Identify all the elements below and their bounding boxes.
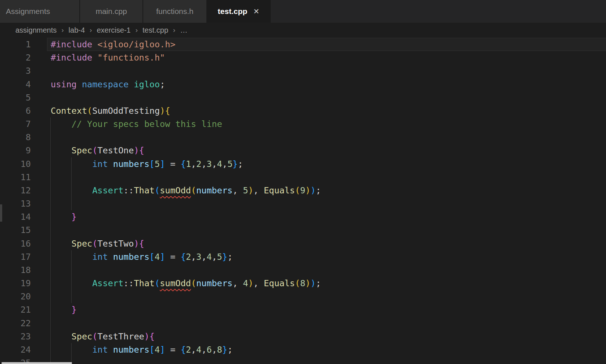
token-num: 1 [186,159,191,169]
token-fg: , [253,278,264,288]
gutter-line-number[interactable]: 3 [0,64,31,77]
gutter-line-number[interactable]: 17 [0,250,31,263]
token-b1: ( [191,278,196,288]
tab-main-cpp[interactable]: main.cpp [80,0,143,23]
token-fg: :: [123,185,134,196]
close-icon[interactable]: ✕ [253,7,259,16]
gutter-line-number[interactable]: 1 [0,38,31,51]
code-line-6[interactable]: 6Context(SumOddTesting){ [0,104,606,117]
token-b1: ( [295,278,300,288]
code-line-18[interactable]: 18 [0,263,606,277]
horizontal-scrollbar-thumb[interactable] [1,362,72,364]
gutter-line-number[interactable]: 21 [0,303,31,316]
code-line-16[interactable]: 16 Spec(TestTwo){ [0,237,606,250]
token-num: 4 [243,278,248,288]
breadcrumb-item-ellipsis[interactable]: … [180,26,187,34]
gutter-line-number[interactable]: 8 [0,131,31,144]
gutter-line-number[interactable]: 10 [0,157,31,171]
code-line-1[interactable]: 1#include <igloo/igloo.h> [0,38,606,51]
code-line-4[interactable]: 4using namespace igloo; [0,78,606,91]
code-line-22[interactable]: 22 [0,317,606,330]
code-line-12[interactable]: 12 Assert::That(sumOdd(numbers, 5), Equa… [0,184,606,197]
gutter-line-number[interactable]: 15 [0,223,31,237]
breadcrumb-item-assignments[interactable]: assignments [15,26,57,34]
token-fg: ; [316,185,321,196]
gutter-line-number[interactable]: 5 [0,91,31,104]
code-text: Assert::That(sumOdd(numbers, 5), Equals(… [51,184,321,197]
token-b3: } [222,252,227,262]
gutter-line-number[interactable]: 2 [0,51,31,64]
tab-functions-h[interactable]: functions.h [143,0,207,23]
code-line-25[interactable]: 25 [0,356,606,364]
code-line-19[interactable]: 19 Assert::That(sumOdd(numbers, 4), Equa… [0,277,606,290]
token-b2: ){ [144,331,155,342]
token-num: 5 [155,159,160,169]
gutter-line-number[interactable]: 7 [0,117,31,131]
breadcrumb-item-test-cpp[interactable]: test.cpp [143,26,168,34]
gutter-line-number[interactable]: 24 [0,343,31,356]
token-fg [108,159,113,169]
code-line-21[interactable]: 21 } [0,303,606,316]
token-fg: , [212,345,217,355]
code-text: Spec(TestThree){ [51,330,155,343]
code-text: int numbers[5] = {1,2,3,4,5}; [51,157,243,171]
code-editor[interactable]: 1#include <igloo/igloo.h>2#include "func… [0,38,606,364]
token-num: 2 [186,345,191,355]
token-fg [92,52,97,63]
code-line-14[interactable]: 14 } [0,210,606,223]
code-line-20[interactable]: 20 [0,290,606,303]
gutter-line-number[interactable]: 20 [0,290,31,303]
gutter-line-number[interactable]: 23 [0,330,31,343]
code-line-15[interactable]: 15 [0,223,606,237]
code-line-24[interactable]: 24 int numbers[4] = {2,4,6,8}; [0,343,606,356]
token-kw2: int [92,159,108,169]
token-b3: ( [155,278,160,288]
token-num: 8 [300,278,305,288]
code-line-3[interactable]: 3 [0,64,606,77]
gutter-line-number[interactable]: 18 [0,263,31,277]
token-b3: { [181,159,186,169]
gutter-line-number[interactable]: 9 [0,144,31,157]
token-fg: = [165,159,180,169]
code-line-8[interactable]: 8 [0,131,606,144]
token-kw: using [51,79,77,90]
token-b3: ) [310,278,315,288]
code-line-11[interactable]: 11 [0,171,606,184]
code-line-9[interactable]: 9 Spec(TestOne){ [0,144,606,157]
token-b2: ( [92,239,97,249]
token-num: 9 [300,185,305,196]
tab-test-cpp-active[interactable]: test.cpp ✕ [207,0,271,23]
token-var: numbers [113,345,149,355]
code-text: Context(SumOddTesting){ [51,104,170,117]
breadcrumb-item-exercise-1[interactable]: exercise-1 [97,26,130,34]
breadcrumb-item-lab-4[interactable]: lab-4 [69,26,85,34]
code-line-13[interactable]: 13 [0,197,606,210]
gutter-line-number[interactable]: 12 [0,184,31,197]
token-fn: Spec [72,239,93,249]
token-num: 4 [155,252,160,262]
token-b3: [ [149,159,155,169]
code-line-10[interactable]: 10 int numbers[5] = {1,2,3,4,5}; [0,157,606,171]
gutter-line-number[interactable]: 13 [0,197,31,210]
chevron-right-icon: › [173,26,175,34]
code-line-17[interactable]: 17 int numbers[4] = {2,3,4,5}; [0,250,606,263]
token-str: <igloo/igloo.h> [97,39,175,50]
gutter-line-number[interactable]: 14 [0,210,31,223]
code-line-5[interactable]: 5 [0,91,606,104]
gutter-line-number[interactable]: 22 [0,317,31,330]
left-edge-scrollbar[interactable] [0,204,2,222]
token-fg: , [201,345,206,355]
code-text: } [51,210,77,223]
gutter-line-number[interactable]: 16 [0,237,31,250]
token-fn: That [134,278,155,288]
gutter-line-number[interactable]: 19 [0,277,31,290]
code-line-23[interactable]: 23 Spec(TestThree){ [0,330,606,343]
token-fg: , [232,278,243,288]
token-fg: TestThree [97,331,144,342]
gutter-line-number[interactable]: 11 [0,171,31,184]
code-line-2[interactable]: 2#include "functions.h" [0,51,606,64]
code-line-7[interactable]: 7 // Your specs below this line [0,117,606,131]
gutter-line-number[interactable]: 4 [0,78,31,91]
tab-assignments[interactable]: Assignments [0,0,80,23]
gutter-line-number[interactable]: 6 [0,104,31,117]
